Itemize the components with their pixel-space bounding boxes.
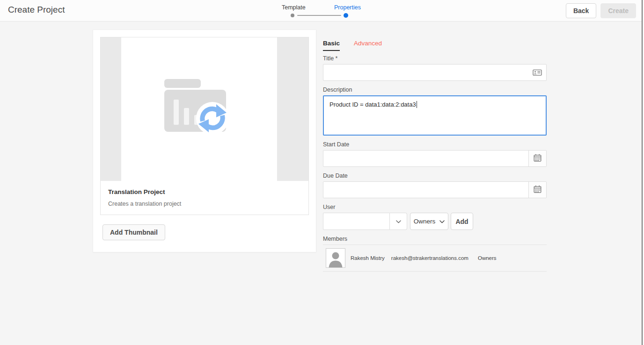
thumbnail-right-bar — [277, 37, 308, 181]
template-card-meta: Translation Project Creates a translatio… — [101, 181, 308, 212]
chevron-down-icon — [396, 218, 401, 225]
member-email: rakesh@strakertranslations.com — [391, 255, 468, 261]
member-name: Rakesh Mistry — [351, 255, 385, 261]
page-title: Create Project — [8, 5, 65, 15]
template-description: Creates a translation project — [108, 201, 301, 207]
role-select-value: Owners — [414, 218, 436, 225]
tab-basic[interactable]: Basic — [323, 40, 340, 51]
due-date-field — [323, 181, 547, 198]
user-dropdown-button[interactable] — [390, 213, 407, 230]
start-date-label: Start Date — [323, 141, 547, 148]
create-button[interactable]: Create — [600, 3, 636, 18]
chevron-down-icon — [439, 218, 445, 225]
calendar-icon — [534, 185, 542, 194]
template-thumbnail — [101, 37, 308, 181]
members-label: Members — [323, 236, 547, 242]
member-row: Rakesh Mistry rakesh@strakertranslations… — [323, 245, 547, 271]
stepper-line — [297, 15, 341, 16]
step-template-dot — [291, 14, 294, 17]
translation-project-sync-icon — [164, 79, 234, 139]
add-thumbnail-button[interactable]: Add Thumbnail — [102, 224, 165, 240]
start-date-picker-button[interactable] — [528, 151, 546, 166]
title-label: Title * — [323, 55, 547, 62]
start-date-input[interactable] — [323, 151, 546, 166]
members-divider-bottom — [323, 271, 547, 272]
back-button[interactable]: Back — [566, 3, 596, 18]
thumbnail-image — [121, 37, 277, 181]
step-properties[interactable]: Properties — [334, 4, 361, 11]
template-title: Translation Project — [108, 188, 301, 195]
text-caret — [417, 101, 417, 108]
calendar-icon — [534, 154, 542, 163]
start-date-field — [323, 150, 547, 167]
due-date-input[interactable] — [323, 182, 546, 198]
template-card: Translation Project Creates a translatio… — [100, 37, 309, 215]
member-role: Owners — [478, 255, 497, 261]
user-field-row: Owners Add — [323, 213, 547, 230]
description-textarea[interactable]: Product ID = data1:data:2:data3 — [323, 95, 547, 136]
contact-card-icon — [533, 69, 542, 76]
step-properties-dot — [344, 13, 348, 18]
user-label: User — [323, 204, 547, 210]
properties-form: Basic Advanced Title * Description Produ… — [323, 40, 547, 272]
thumbnail-left-bar — [101, 37, 121, 181]
form-tabs: Basic Advanced — [323, 40, 547, 51]
tab-advanced[interactable]: Advanced — [354, 40, 382, 51]
step-template[interactable]: Template — [282, 4, 306, 11]
due-date-label: Due Date — [323, 172, 547, 179]
user-input[interactable] — [323, 213, 390, 230]
role-select[interactable]: Owners — [410, 213, 448, 230]
add-user-button[interactable]: Add — [451, 213, 473, 230]
title-input[interactable] — [323, 64, 547, 81]
content-area: Translation Project Creates a translatio… — [0, 22, 644, 345]
wizard-header: Create Project Template Properties Back … — [0, 0, 644, 22]
header-actions: Back Create — [566, 3, 636, 18]
title-field — [323, 64, 547, 81]
template-panel: Translation Project Creates a translatio… — [93, 29, 316, 252]
description-label: Description — [323, 86, 547, 93]
avatar — [326, 248, 345, 268]
description-text: Product ID = data1:data:2:data3 — [329, 101, 416, 108]
due-date-picker-button[interactable] — [528, 182, 546, 198]
